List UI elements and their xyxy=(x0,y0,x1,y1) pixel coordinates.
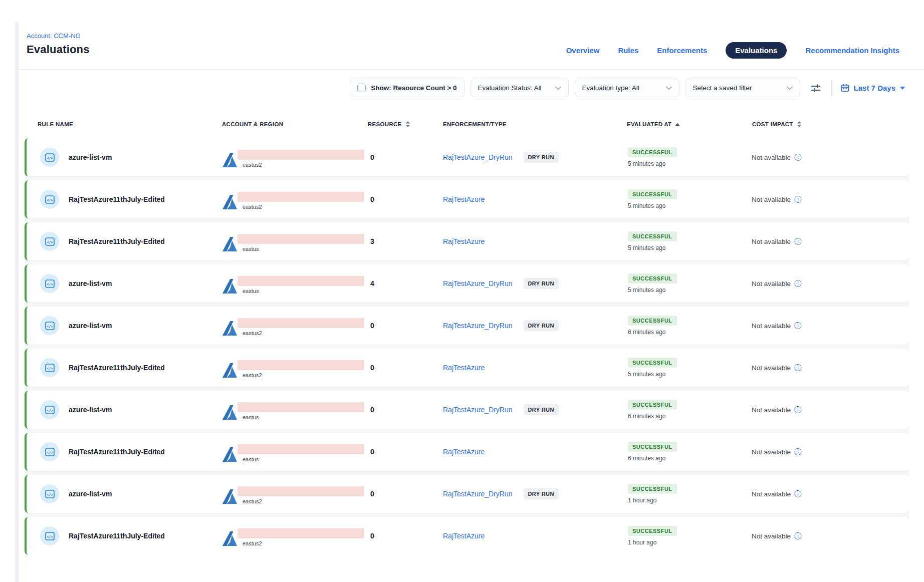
status-badge: SUCCESSFUL xyxy=(628,400,677,410)
cost-impact-text: Not available xyxy=(752,154,791,161)
evaluated-at-cell: SUCCESSFUL 5 minutes ago xyxy=(621,273,747,294)
account-stack: eastus2 xyxy=(238,360,364,378)
info-icon[interactable]: ⓘ xyxy=(794,280,802,287)
info-icon[interactable]: ⓘ xyxy=(794,196,802,203)
column-label: ACCOUNT & REGION xyxy=(222,121,283,127)
evaluation-row[interactable]: </> azure-list-vm eastus2 0 RajTestAzure… xyxy=(25,475,909,513)
resource-count-filter[interactable]: Show: Resource Count > 0 xyxy=(350,79,464,97)
evaluation-row[interactable]: </> RajTestAzure11thJuly-Edited eastus 0… xyxy=(25,433,909,471)
filter-settings-button[interactable] xyxy=(806,79,825,97)
enforcement-cell: RajTestAzure_DryRun DRY RUN xyxy=(441,320,621,331)
column-header-cost-impact[interactable]: COST IMPACT xyxy=(747,121,909,128)
dry-run-badge: DRY RUN xyxy=(524,278,559,289)
column-header-account-region: ACCOUNT & REGION xyxy=(220,121,366,128)
evaluation-row[interactable]: </> azure-list-vm eastus 4 RajTestAzure_… xyxy=(25,264,909,303)
chevron-down-icon xyxy=(555,86,561,90)
info-icon[interactable]: ⓘ xyxy=(794,406,802,414)
rule-name: RajTestAzure11thJuly-Edited xyxy=(69,195,165,203)
tab-label: Evaluations xyxy=(735,46,777,55)
info-icon[interactable]: ⓘ xyxy=(794,490,802,498)
enforcement-link[interactable]: RajTestAzure_DryRun xyxy=(443,322,513,330)
account-stack: eastus2 xyxy=(238,486,364,504)
chevron-down-icon xyxy=(666,86,672,90)
cost-impact-cell: Not available ⓘ xyxy=(747,280,909,287)
enforcement-link[interactable]: RajTestAzure xyxy=(443,364,485,372)
enforcement-link[interactable]: RajTestAzure_DryRun xyxy=(443,153,513,161)
tab-enforcements[interactable]: Enforcements xyxy=(657,42,707,59)
tab-evaluations[interactable]: Evaluations xyxy=(726,42,787,59)
evaluation-status-dropdown[interactable]: Evaluation Status: All xyxy=(471,79,569,97)
column-header-resource[interactable]: RESOURCE xyxy=(366,121,441,128)
breadcrumb-account-link[interactable]: Account: CCM-NG xyxy=(27,32,899,40)
evaluated-at-cell: SUCCESSFUL 1 hour ago xyxy=(621,526,747,546)
info-icon[interactable]: ⓘ xyxy=(794,238,802,245)
rule-name-cell: </> RajTestAzure11thJuly-Edited xyxy=(27,442,220,461)
enforcement-cell: RajTestAzure xyxy=(441,195,621,203)
info-icon[interactable]: ⓘ xyxy=(794,532,802,540)
date-range-picker[interactable]: Last 7 Days xyxy=(841,84,905,92)
rule-name: azure-list-vm xyxy=(69,490,112,498)
tab-recommendation-insights[interactable]: Recommendation Insights xyxy=(805,42,899,59)
evaluation-row[interactable]: </> RajTestAzure11thJuly-Edited eastus2 … xyxy=(25,349,909,387)
rule-icon: </> xyxy=(40,190,59,209)
account-name-redacted xyxy=(238,360,364,370)
evaluated-time: 6 minutes ago xyxy=(628,413,665,420)
evaluation-row[interactable]: </> azure-list-vm eastus2 0 RajTestAzure… xyxy=(25,307,909,345)
info-icon[interactable]: ⓘ xyxy=(794,322,802,330)
enforcement-cell: RajTestAzure_DryRun DRY RUN xyxy=(441,488,621,499)
enforcement-link[interactable]: RajTestAzure xyxy=(443,237,485,245)
enforcement-link[interactable]: RajTestAzure xyxy=(443,448,485,456)
evaluation-row[interactable]: </> azure-list-vm eastus2 0 RajTestAzure… xyxy=(25,138,909,176)
enforcement-link[interactable]: RajTestAzure xyxy=(443,532,485,540)
info-icon[interactable]: ⓘ xyxy=(794,154,802,161)
column-header-evaluated-at[interactable]: EVALUATED AT xyxy=(621,121,747,128)
evaluation-row[interactable]: </> RajTestAzure11thJuly-Edited eastus2 … xyxy=(25,180,909,218)
azure-icon xyxy=(222,489,238,504)
evaluated-at-cell: SUCCESSFUL 6 minutes ago xyxy=(621,316,747,336)
column-label: COST IMPACT xyxy=(752,121,793,127)
account-region-cell: eastus2 xyxy=(220,357,366,378)
table-header-row: RULE NAME ACCOUNT & REGION RESOURCE ENFO… xyxy=(27,121,909,128)
enforcement-cell: RajTestAzure xyxy=(441,448,621,456)
account-name-redacted xyxy=(238,150,364,160)
info-icon[interactable]: ⓘ xyxy=(794,448,802,456)
rule-name: RajTestAzure11thJuly-Edited xyxy=(69,237,165,245)
enforcement-link[interactable]: RajTestAzure xyxy=(443,195,485,203)
enforcement-cell: RajTestAzure_DryRun DRY RUN xyxy=(441,278,621,289)
evaluation-row[interactable]: </> azure-list-vm eastus 0 RajTestAzure_… xyxy=(25,391,909,429)
enforcement-cell: RajTestAzure xyxy=(441,364,621,372)
evaluation-type-dropdown[interactable]: Evaluation type: All xyxy=(575,79,679,97)
tab-rules[interactable]: Rules xyxy=(618,42,638,59)
evaluated-at-cell: SUCCESSFUL 5 minutes ago xyxy=(621,358,747,378)
tab-label: Enforcements xyxy=(657,46,707,55)
sliders-icon xyxy=(810,84,821,93)
enforcement-cell: RajTestAzure xyxy=(441,237,621,245)
rule-name: RajTestAzure11thJuly-Edited xyxy=(69,364,165,372)
enforcement-cell: RajTestAzure xyxy=(441,532,621,540)
resource-count-checkbox[interactable] xyxy=(357,84,366,92)
enforcement-link[interactable]: RajTestAzure_DryRun xyxy=(443,490,513,498)
rule-icon: </> xyxy=(40,526,59,545)
dry-run-badge: DRY RUN xyxy=(524,488,559,499)
column-header-enforcement-type: ENFORCEMENT/TYPE xyxy=(441,121,621,128)
evaluated-time: 5 minutes ago xyxy=(628,244,665,251)
status-badge: SUCCESSFUL xyxy=(628,147,677,157)
tab-overview[interactable]: Overview xyxy=(566,42,600,59)
column-header-rule-name: RULE NAME xyxy=(27,121,220,128)
resource-count: 0 xyxy=(366,364,441,372)
cost-impact-text: Not available xyxy=(752,322,791,330)
evaluation-row[interactable]: </> RajTestAzure11thJuly-Edited eastus2 … xyxy=(25,517,909,555)
azure-icon xyxy=(222,152,238,168)
filter-bar: Show: Resource Count > 0 Evaluation Stat… xyxy=(19,69,924,107)
resource-count: 0 xyxy=(366,532,441,540)
info-icon[interactable]: ⓘ xyxy=(794,364,802,372)
calendar-icon xyxy=(841,84,849,92)
status-badge: SUCCESSFUL xyxy=(628,231,677,241)
evaluation-row[interactable]: </> RajTestAzure11thJuly-Edited eastus 3… xyxy=(25,222,909,260)
status-badge: SUCCESSFUL xyxy=(628,316,677,326)
saved-filter-dropdown[interactable]: Select a saved filter xyxy=(685,79,800,97)
evaluations-table-body: </> azure-list-vm eastus2 0 RajTestAzure… xyxy=(25,138,909,555)
enforcement-link[interactable]: RajTestAzure_DryRun xyxy=(443,279,513,287)
enforcement-link[interactable]: RajTestAzure_DryRun xyxy=(443,406,513,414)
status-badge: SUCCESSFUL xyxy=(628,273,677,283)
